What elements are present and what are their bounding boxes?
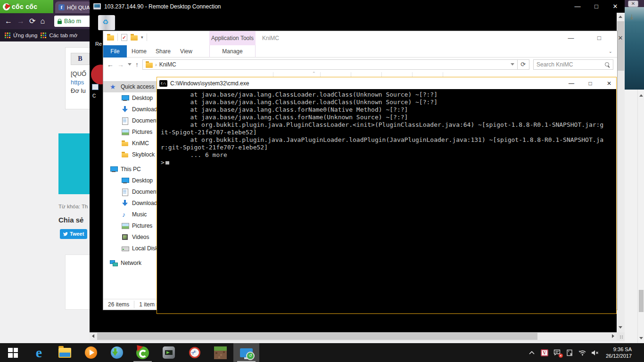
taskbar-icon-edge[interactable]: e	[26, 343, 52, 362]
taskbar-icon-media-player[interactable]	[78, 343, 104, 362]
up-icon[interactable]: ↑	[135, 61, 139, 68]
maximize-button[interactable]: □	[587, 81, 594, 86]
taskbar-icon-remote-desktop[interactable]	[233, 343, 259, 362]
new-folder-icon[interactable]	[131, 35, 138, 41]
search-icon[interactable]	[604, 62, 610, 67]
file-explorer-icon	[58, 348, 71, 358]
close-button[interactable]: ✕	[606, 81, 612, 86]
share-heading: Chia sẻ	[58, 216, 83, 224]
wifi-icon[interactable]: ✳	[578, 348, 587, 357]
desktop-shortcut-icon[interactable]	[92, 84, 99, 90]
browser-tab[interactable]: f HỘI QUA	[55, 1, 91, 13]
rdp-vertical-scrollbar[interactable]	[617, 13, 625, 332]
error-badge: ✕	[559, 354, 563, 358]
recent-locations-icon[interactable]	[128, 63, 132, 66]
ribbon-tab-home[interactable]: Home	[127, 45, 151, 58]
volume-muted-icon[interactable]	[591, 348, 600, 357]
scrollbar-thumb[interactable]	[97, 333, 537, 340]
close-button[interactable]: ✕	[612, 31, 628, 45]
close-icon[interactable]: ✕	[628, 0, 638, 7]
properties-check-icon[interactable]: ✓	[121, 34, 127, 41]
santa-hat-icon	[3, 1, 11, 9]
scroll-right-icon[interactable]	[612, 334, 614, 338]
post-text-block[interactable]: [QUỐ https Đơ lu	[71, 70, 86, 95]
twitter-bird-icon	[63, 232, 68, 237]
ad-banner[interactable]	[58, 133, 94, 194]
sidebar-item-icon	[110, 165, 117, 173]
search-box[interactable]: Search KniMC	[533, 59, 613, 70]
taskbar: e V ✕ ✳ 9:36 SA 26/12/2017	[0, 343, 644, 362]
scroll-down-icon[interactable]	[639, 337, 643, 339]
rdp-title-bar[interactable]: 103.237.144.90 - Remote Desktop Connecti…	[90, 0, 625, 13]
home-icon[interactable]: ⌂	[40, 17, 45, 25]
ribbon-tab-file[interactable]: File	[103, 45, 127, 58]
scroll-left-icon[interactable]	[92, 334, 94, 338]
recycle-bin-icon[interactable]	[98, 15, 115, 30]
minimize-button[interactable]: —	[568, 81, 575, 86]
minimize-button[interactable]: —	[563, 31, 579, 45]
rdp-window-title: 103.237.144.90 - Remote Desktop Connecti…	[104, 3, 221, 10]
sidebar-item-icon	[121, 117, 129, 124]
ribbon-tab-manage[interactable]: Manage	[209, 45, 256, 58]
back-icon[interactable]: ←	[107, 61, 114, 68]
explorer-title-bar[interactable]: ✓ ▾ Application Tools KniMC — □ ✕	[103, 31, 617, 45]
scrollbar-thumb[interactable]	[617, 21, 624, 71]
maximize-button[interactable]: □	[591, 31, 607, 45]
browser-window-controls: ✕	[625, 0, 644, 7]
refresh-button[interactable]: ⟳	[517, 59, 529, 70]
scrollbar-thumb[interactable]	[639, 290, 644, 312]
tray-v-app-icon[interactable]: V	[540, 348, 549, 357]
forward-icon[interactable]: →	[17, 17, 25, 25]
tray-message-icon[interactable]: ✕	[553, 348, 561, 357]
folder-icon[interactable]	[107, 35, 114, 41]
taskbar-icon-snipping-tool[interactable]	[182, 343, 207, 362]
rdp-resize-corner[interactable]	[617, 332, 625, 340]
post-line: Đơ lu	[71, 87, 86, 95]
console-output[interactable]: at java.base/java.lang.ClassLoader.loadC…	[157, 89, 616, 313]
taskbar-icon-format-factory[interactable]	[156, 343, 182, 362]
rdp-horizontal-scrollbar[interactable]	[90, 332, 617, 340]
scroll-up-icon[interactable]	[619, 16, 622, 18]
scroll-up-icon[interactable]	[639, 94, 643, 97]
ribbon-tab-share[interactable]: Share	[151, 45, 175, 58]
explorer-address-bar[interactable]: › KniMC	[142, 59, 518, 70]
address-dropdown-icon[interactable]	[511, 63, 514, 66]
taskbar-icon-file-explorer[interactable]	[52, 343, 78, 362]
start-button[interactable]	[0, 343, 26, 362]
taskbar-icon-idm[interactable]	[104, 343, 130, 362]
svg-text:✳: ✳	[578, 350, 580, 353]
tweet-button-label: Tweet	[70, 231, 84, 237]
taskbar-icon-coc-coc[interactable]	[130, 343, 156, 362]
contextual-tab-application-tools[interactable]: Application Tools	[209, 31, 256, 45]
sidebar-item-icon	[121, 222, 129, 230]
facebook-icon: f	[58, 4, 65, 10]
tweet-button[interactable]: Tweet	[60, 229, 87, 239]
sidebar-item-icon	[121, 106, 129, 113]
ribbon-tab-view[interactable]: View	[175, 45, 198, 58]
reload-icon[interactable]: ⟳	[29, 17, 35, 25]
forward-icon[interactable]: →	[117, 61, 124, 68]
page-scrollbar[interactable]	[637, 90, 644, 343]
tray-pen-input-icon[interactable]	[566, 348, 574, 357]
cmd-title-bar[interactable]: C:\ C:\Windows\system32\cmd.exe — □ ✕	[157, 77, 616, 89]
bookmark-new-tabs[interactable]: Các tab mớ	[41, 33, 77, 38]
bold-button[interactable]: B	[71, 53, 90, 65]
maximize-button[interactable]: □	[593, 3, 600, 9]
close-button[interactable]: ✕	[611, 3, 619, 9]
post-link: https	[71, 78, 86, 87]
system-tray: V ✕ ✳ 9:36 SA 26/12/2017	[528, 343, 644, 362]
explorer-address-row: ← → ↑ › KniMC ⟳ Search KniMC	[103, 58, 617, 71]
tray-clock[interactable]: 9:36 SA 26/12/2017	[604, 346, 636, 359]
taskbar-icon-minecraft[interactable]	[207, 343, 233, 362]
clock-time: 9:36 SA	[613, 346, 632, 352]
back-icon[interactable]: ←	[5, 17, 12, 25]
folder-icon	[146, 63, 153, 68]
tray-expand-icon[interactable]	[528, 348, 536, 357]
bookmark-apps[interactable]: Ứng dụng	[5, 33, 37, 38]
console-line: at java.base/java.lang.ClassLoader.loadC…	[161, 99, 616, 106]
minimize-button[interactable]: —	[574, 3, 581, 9]
scroll-down-icon[interactable]	[619, 326, 622, 329]
ribbon-collapse-icon[interactable]: ⌄	[609, 49, 612, 54]
qat-dropdown-icon[interactable]: ▾	[141, 35, 143, 40]
sidebar-item-icon	[121, 211, 129, 218]
